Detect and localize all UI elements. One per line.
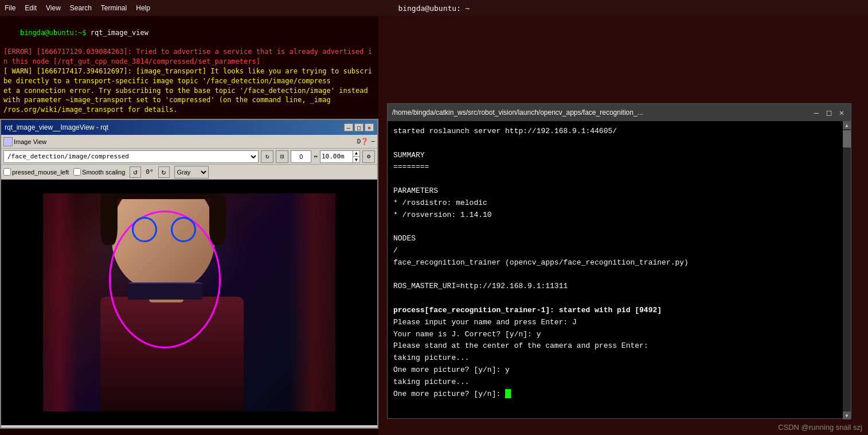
- zoom-input[interactable]: [291, 150, 311, 163]
- term-line-4: et a connection error. Try subscribing t…: [3, 86, 375, 106]
- ros-taking-1: taking picture...: [393, 352, 845, 364]
- menu-view[interactable]: View: [46, 4, 61, 12]
- ros-one-more-2: One more picture? [y/n]:: [393, 389, 845, 401]
- ros-scroll-down[interactable]: ▼: [843, 411, 851, 420]
- ros-your-name: Your name is J. Correct? [y/n]: y: [393, 329, 845, 341]
- ros-launch-window[interactable]: /home/bingda/catkin_ws/src/robot_vision/…: [387, 103, 851, 419]
- rqt-maximize-btn[interactable]: □: [354, 123, 363, 131]
- ros-process-start: process[face_recognition_trainer-1]: sta…: [393, 305, 845, 317]
- refresh-btn[interactable]: ↻: [261, 150, 273, 163]
- mouse-checkbox-text: pressed_mouse_left: [12, 169, 69, 176]
- ros-maximize-btn[interactable]: □: [824, 108, 834, 117]
- curtain-right: [290, 193, 335, 411]
- image-view-icon-label: Image View: [3, 137, 46, 146]
- ros-scrollbar[interactable]: ▲ ▼: [843, 121, 851, 420]
- rqt-image-view-bar: Image View D❓ −: [1, 135, 377, 149]
- settings-btn[interactable]: ⚙: [362, 150, 375, 163]
- watermark: CSDN @running snail szj: [778, 423, 862, 432]
- ros-nodes-slash: /: [393, 245, 845, 257]
- color-select[interactable]: Gray Color: [174, 166, 209, 178]
- term-line-3: [ WARN] [1666717417.394612697]: [image_t…: [3, 67, 375, 86]
- ros-scroll-thumb[interactable]: [843, 130, 851, 147]
- menu-search[interactable]: Search: [70, 4, 92, 12]
- menu-file[interactable]: File: [5, 4, 15, 12]
- ros-stand: Please stand at the center of the camera…: [393, 340, 845, 352]
- ros-window-title: /home/bingda/catkin_ws/src/robot_vision/…: [392, 108, 812, 116]
- ros-minimize-btn[interactable]: —: [812, 108, 821, 117]
- ros-param-1: * /rosdistro: melodic: [393, 197, 845, 209]
- menu-help[interactable]: Help: [136, 4, 150, 12]
- mouse-checkbox-label[interactable]: pressed_mouse_left: [3, 168, 69, 176]
- figure-hair-right: [209, 193, 226, 245]
- topic-dropdown[interactable]: /face_detection/image/compressed: [3, 150, 259, 163]
- terminal-cursor: [505, 389, 511, 398]
- rqt-close-btn[interactable]: ✕: [365, 123, 374, 131]
- ros-nodes-header: NODES: [393, 233, 845, 245]
- ros-blank-5: [393, 293, 845, 305]
- ros-param-2: * /rosversion: 1.14.10: [393, 209, 845, 222]
- figure-hair-left: [100, 193, 118, 245]
- fps-value: 10.00m: [320, 153, 353, 160]
- term-line-1: bingda@ubuntu:~$ rqt_image_view: [3, 18, 375, 47]
- zoom-separator: ↔: [314, 153, 318, 160]
- ros-terminal-content[interactable]: started roslaunch server http://192.168.…: [388, 121, 851, 418]
- ros-blank-3: [393, 221, 845, 233]
- ros-blank-4: [393, 269, 845, 281]
- ros-titlebar: /home/bingda/catkin_ws/src/robot_vision/…: [388, 104, 851, 121]
- ros-node-1: face_recognition_trainer (opencv_apps/fa…: [393, 257, 845, 269]
- term-line-5: /ros.org/wiki/image_transport for detail…: [3, 105, 375, 115]
- rqt-inner-minus-btn[interactable]: −: [371, 138, 375, 145]
- rotate-btn[interactable]: ↻: [158, 166, 170, 178]
- ros-input-name: Please input your name and press Enter: …: [393, 317, 845, 329]
- ros-close-btn[interactable]: ✕: [837, 108, 846, 117]
- figure-collar: [128, 282, 202, 300]
- ros-blank-2: [393, 173, 845, 185]
- main-window-title: bingda@ubuntu: ~: [398, 4, 470, 13]
- eye-right-circle: [171, 217, 196, 242]
- menu-edit[interactable]: Edit: [25, 4, 37, 12]
- rqt-checkbox-bar: pressed_mouse_left Smooth scaling ↺ 0° ↻…: [1, 165, 377, 180]
- rqt-titlebar-buttons: — □ ✕: [344, 123, 374, 131]
- smooth-checkbox-text: Smooth scaling: [82, 169, 125, 176]
- fps-down-btn[interactable]: ▼: [353, 157, 359, 163]
- rqt-title: rqt_image_view__ImageView - rqt: [5, 123, 108, 131]
- fps-up-btn[interactable]: ▲: [353, 150, 359, 157]
- main-terminal-titlebar: bingda@ubuntu: ~ File Edit View Search T…: [0, 0, 868, 16]
- ros-summary: SUMMARY: [393, 150, 845, 162]
- rqt-topic-bar: /face_detection/image/compressed ↻ ⊡ ↔ 1…: [1, 149, 377, 165]
- ros-window-btns: — □ ✕: [812, 108, 846, 117]
- image-view-label: Image View: [14, 138, 46, 145]
- smooth-checkbox[interactable]: [73, 168, 81, 176]
- rqt-inner-help-btn[interactable]: D❓: [357, 138, 369, 145]
- face-detection-image: [43, 193, 335, 411]
- rotation-display: 0°: [146, 168, 153, 176]
- ros-one-more-1: One more picture? [y/n]: y: [393, 364, 845, 376]
- mouse-checkbox[interactable]: [3, 168, 11, 176]
- curtain-left: [43, 193, 77, 411]
- ros-scroll-up[interactable]: ▲: [843, 121, 851, 129]
- ros-line-1: started roslaunch server http://192.168.…: [393, 126, 845, 138]
- ros-params-header: PARAMETERS: [393, 185, 845, 197]
- image-view-icon: [3, 137, 13, 146]
- rqt-image-area: [1, 180, 377, 425]
- smooth-checkbox-label[interactable]: Smooth scaling: [73, 168, 125, 176]
- reset-btn[interactable]: ↺: [130, 166, 141, 178]
- fit-btn[interactable]: ⊡: [276, 150, 288, 163]
- ros-taking-2: taking picture...: [393, 376, 845, 389]
- figure-hair: [103, 193, 218, 199]
- rqt-minimize-btn[interactable]: —: [344, 123, 353, 131]
- eye-left-circle: [132, 217, 157, 242]
- rqt-titlebar: rqt_image_view__ImageView - rqt — □ ✕: [1, 120, 377, 135]
- face-detection-oval: [109, 211, 221, 348]
- fps-spinner[interactable]: 10.00m ▲ ▼: [320, 150, 360, 163]
- term-line-2: [ERROR] [1666717129.039084263]: Tried to…: [3, 47, 375, 67]
- menu-terminal[interactable]: Terminal: [101, 4, 127, 12]
- ros-blank-1: [393, 138, 845, 150]
- ros-equals: ========: [393, 161, 845, 173]
- rqt-image-view-window[interactable]: rqt_image_view__ImageView - rqt — □ ✕ Im…: [0, 119, 378, 429]
- ros-master-uri: ROS_MASTER_URI=http://192.168.9.1:11311: [393, 281, 845, 293]
